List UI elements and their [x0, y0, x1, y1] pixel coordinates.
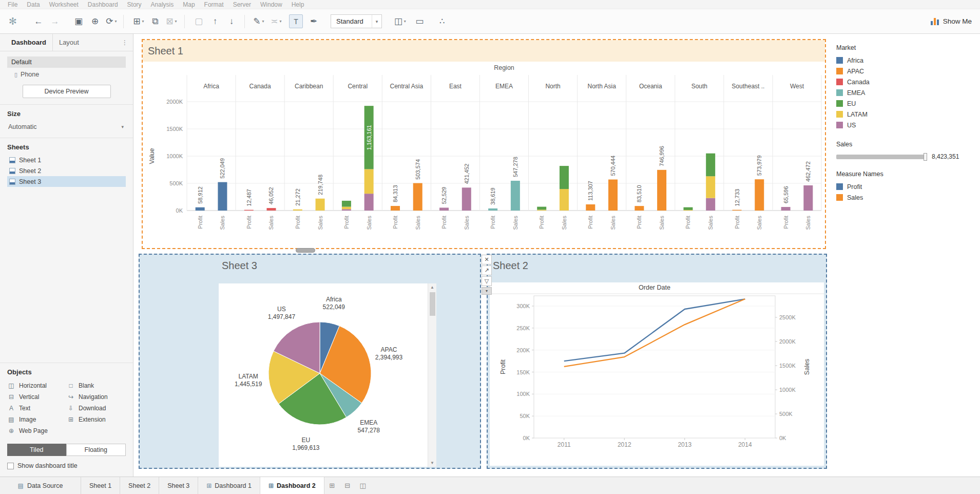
- show-me-button[interactable]: Show Me: [931, 17, 972, 25]
- object-horizontal[interactable]: ◫Horizontal: [7, 380, 67, 391]
- scroll-up-icon[interactable]: ▲: [430, 283, 434, 291]
- bar-mark[interactable]: [733, 210, 742, 211]
- object-download[interactable]: ⇩Download: [67, 403, 126, 414]
- object-blank[interactable]: □Blank: [67, 380, 126, 391]
- legend-item-us[interactable]: US: [836, 120, 980, 130]
- bar-mark[interactable]: [781, 207, 791, 211]
- sheet-list-item-sheet-1[interactable]: Sheet 1: [7, 155, 126, 165]
- remove-zone-button[interactable]: ✕: [482, 255, 492, 264]
- new-worksheet-button[interactable]: ⊞: [324, 477, 340, 494]
- bar-mark[interactable]: [364, 194, 374, 211]
- bar-mark[interactable]: [657, 170, 666, 211]
- sales-filter-handle[interactable]: [924, 153, 927, 161]
- menu-data[interactable]: Data: [22, 0, 44, 9]
- bar-mark[interactable]: [803, 185, 813, 211]
- bar-mark[interactable]: [608, 180, 618, 211]
- bar-mark[interactable]: [413, 183, 422, 211]
- chevron-down-icon[interactable]: ▾: [280, 19, 282, 24]
- sheet2-zone[interactable]: Sheet 2 Order Date0K50K100K150K200K250K3…: [487, 254, 827, 469]
- sheet-list-item-sheet-3[interactable]: Sheet 3: [7, 176, 126, 187]
- duplicate-icon-button[interactable]: ⧉: [147, 14, 163, 29]
- floating-button[interactable]: Floating: [66, 444, 126, 456]
- bar-mark[interactable]: [706, 154, 715, 177]
- fit-icon-button[interactable]: ◫▾: [392, 14, 408, 29]
- menu-format[interactable]: Format: [200, 0, 228, 9]
- view-mode-select[interactable]: Standard▾: [331, 14, 382, 28]
- bar-mark[interactable]: [266, 208, 276, 211]
- tab-data-source[interactable]: ▤ Data Source: [0, 477, 81, 494]
- bar-mark[interactable]: [316, 199, 325, 211]
- device-default-item[interactable]: Default: [7, 56, 126, 68]
- scroll-down-icon[interactable]: ▼: [430, 459, 434, 467]
- tab-dashboard-1[interactable]: ⊞Dashboard 1: [198, 477, 260, 494]
- menu-help[interactable]: Help: [287, 0, 309, 9]
- chevron-down-icon[interactable]: ▾: [175, 19, 177, 24]
- legend-item-canada[interactable]: Canada: [836, 77, 980, 87]
- go-to-sheet-button[interactable]: ↗: [482, 265, 492, 275]
- tab-dashboard-2[interactable]: ⊞Dashboard 2: [260, 477, 324, 494]
- chevron-down-icon[interactable]: ▾: [115, 19, 117, 24]
- undo-icon-button[interactable]: ←: [31, 14, 46, 29]
- sheet3-pie-chart[interactable]: Africa522,049APAC2,394,993EMEA547,278EU1…: [219, 283, 428, 467]
- menu-dashboard[interactable]: Dashboard: [83, 0, 123, 9]
- pin-icon-button[interactable]: ✒: [306, 14, 321, 29]
- sheet1-zone[interactable]: Sheet 1 0K500K1000K1500K2000KRegionValue…: [142, 39, 826, 249]
- bar-mark[interactable]: [511, 181, 520, 211]
- bar-mark[interactable]: [537, 207, 546, 210]
- clear-sheet-icon-button[interactable]: ⊠▾: [164, 14, 179, 29]
- sales-filter-slider[interactable]: [836, 155, 927, 159]
- bar-mark[interactable]: [462, 187, 471, 211]
- highlight-icon-button[interactable]: ✎▾: [251, 14, 266, 29]
- pane-menu-icon[interactable]: ⋮: [122, 39, 128, 46]
- zone-menu-button[interactable]: ▾: [482, 287, 492, 295]
- pause-updates-icon-button[interactable]: ⟳▾: [104, 14, 119, 29]
- chevron-down-icon[interactable]: ▾: [404, 19, 406, 24]
- presentation-mode-icon-button[interactable]: ▭: [412, 14, 427, 29]
- scrollbar[interactable]: ▲ ▼: [428, 283, 436, 467]
- line-mark-sales[interactable]: [564, 299, 745, 367]
- bar-mark[interactable]: [560, 189, 569, 211]
- chevron-down-icon[interactable]: ▾: [262, 19, 264, 24]
- menu-file[interactable]: File: [3, 0, 22, 9]
- menu-story[interactable]: Story: [123, 0, 146, 9]
- sheet2-line-chart[interactable]: Order Date0K50K100K150K200K250K300K0K500…: [490, 282, 824, 466]
- new-worksheet-icon-button[interactable]: ⊞▾: [131, 14, 146, 29]
- sort-ascending-icon-button[interactable]: ↑: [207, 14, 223, 29]
- tab-sheet-1[interactable]: Sheet 1: [81, 477, 120, 494]
- bar-mark[interactable]: [218, 182, 227, 211]
- object-navigation[interactable]: ↪Navigation: [67, 391, 126, 403]
- show-mark-labels-icon-button[interactable]: T: [289, 14, 303, 28]
- bar-mark[interactable]: [586, 204, 595, 211]
- group-members-icon-button[interactable]: ▢: [191, 14, 206, 29]
- bar-mark[interactable]: [244, 210, 254, 211]
- bar-mark[interactable]: [560, 166, 569, 189]
- bar-mark[interactable]: [537, 210, 546, 211]
- bar-mark[interactable]: [683, 210, 693, 211]
- scrollbar-thumb[interactable]: [430, 292, 435, 316]
- object-text[interactable]: AText: [7, 403, 67, 414]
- bar-mark[interactable]: [706, 176, 715, 198]
- new-story-button[interactable]: ◫: [355, 477, 371, 494]
- use-as-filter-button[interactable]: ▽: [482, 276, 492, 286]
- fix-axes-icon-button[interactable]: ≍▾: [268, 14, 284, 29]
- tab-dashboard[interactable]: Dashboard: [5, 34, 52, 51]
- device-preview-button[interactable]: Device Preview: [23, 85, 111, 98]
- bar-mark[interactable]: [439, 207, 449, 211]
- object-web-page[interactable]: ⊕Web Page: [7, 425, 67, 436]
- tiled-button[interactable]: Tiled: [7, 444, 66, 456]
- object-extension[interactable]: ⊞Extension: [67, 414, 126, 425]
- menu-window[interactable]: Window: [256, 0, 287, 9]
- bar-mark[interactable]: [293, 210, 302, 211]
- save-icon-button[interactable]: ▣: [71, 14, 86, 29]
- bar-mark[interactable]: [635, 206, 644, 211]
- dashboard-canvas[interactable]: Sheet 1 0K500K1000K1500K2000KRegionValue…: [133, 34, 829, 477]
- menu-server[interactable]: Server: [228, 0, 256, 9]
- new-dashboard-button[interactable]: ⊟: [340, 477, 355, 494]
- legend-item-latam[interactable]: LATAM: [836, 109, 980, 120]
- bar-mark[interactable]: [196, 207, 205, 211]
- legend-item-apac[interactable]: APAC: [836, 66, 980, 77]
- tab-layout[interactable]: Layout: [52, 34, 85, 51]
- bar-mark[interactable]: [706, 198, 715, 211]
- legend-item-eu[interactable]: EU: [836, 98, 980, 109]
- share-icon-button[interactable]: ∴: [434, 14, 450, 29]
